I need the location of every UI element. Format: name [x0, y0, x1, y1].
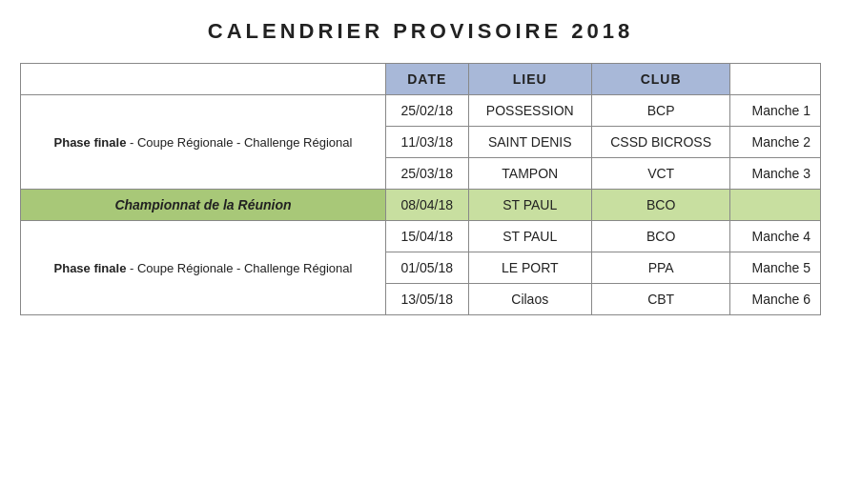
header-row: DATE LIEU CLUB	[21, 64, 821, 95]
date-cell: 25/03/18	[385, 158, 468, 190]
phase-label: Phase finale - Coupe Régionale - Challen…	[21, 221, 386, 315]
club-cell: VCT	[591, 158, 729, 190]
lieu-cell: POSSESSION	[468, 95, 591, 127]
date-cell: 15/04/18	[385, 221, 468, 252]
page-wrapper: CALENDRIER PROVISOIRE 2018 DATE LIEU CLU…	[20, 19, 821, 315]
lieu-cell: TAMPON	[468, 158, 591, 190]
date-cell: 08/04/18	[385, 190, 468, 221]
lieu-cell: ST PAUL	[468, 221, 591, 252]
manche-cell: Manche 1	[730, 95, 821, 127]
header-lieu: LIEU	[468, 64, 591, 95]
lieu-cell: LE PORT	[468, 252, 591, 284]
calendar-table: DATE LIEU CLUB Phase finale - Coupe Régi…	[20, 63, 821, 315]
date-cell: 11/03/18	[385, 127, 468, 158]
manche-cell: Manche 5	[730, 252, 821, 284]
page-title: CALENDRIER PROVISOIRE 2018	[20, 19, 821, 44]
manche-cell: Manche 4	[730, 221, 821, 252]
manche-cell	[730, 190, 821, 221]
date-cell: 13/05/18	[385, 284, 468, 315]
manche-cell: Manche 3	[730, 158, 821, 190]
header-club: CLUB	[591, 64, 729, 95]
lieu-cell: Cilaos	[468, 284, 591, 315]
club-cell: PPA	[591, 252, 729, 284]
club-cell: CSSD BICROSS	[591, 127, 729, 158]
date-cell: 01/05/18	[385, 252, 468, 284]
club-cell: BCO	[591, 221, 729, 252]
table-row: Phase finale - Coupe Régionale - Challen…	[21, 95, 821, 127]
header-date: DATE	[385, 64, 468, 95]
manche-cell: Manche 2	[730, 127, 821, 158]
club-cell: BCP	[591, 95, 729, 127]
table-row: Championnat de la Réunion08/04/18ST PAUL…	[21, 190, 821, 221]
header-manche-empty	[730, 64, 821, 95]
table-row: Phase finale - Coupe Régionale - Challen…	[21, 221, 821, 252]
manche-cell: Manche 6	[730, 284, 821, 315]
championnat-label: Championnat de la Réunion	[21, 190, 386, 221]
club-cell: CBT	[591, 284, 729, 315]
phase-label: Phase finale - Coupe Régionale - Challen…	[21, 95, 386, 190]
date-cell: 25/02/18	[385, 95, 468, 127]
club-cell: BCO	[591, 190, 729, 221]
lieu-cell: ST PAUL	[468, 190, 591, 221]
header-empty-cell	[21, 64, 386, 95]
lieu-cell: SAINT DENIS	[468, 127, 591, 158]
